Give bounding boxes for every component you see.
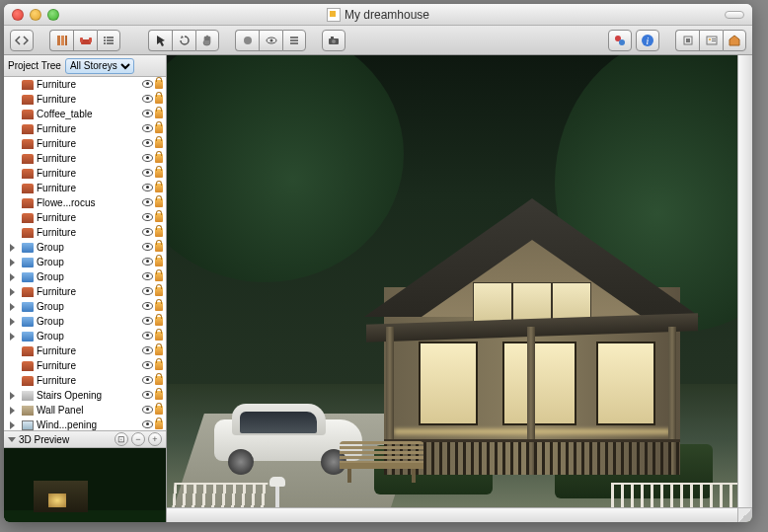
lock-icon[interactable] (155, 198, 163, 207)
resize-handle[interactable] (737, 507, 752, 522)
lock-icon[interactable] (155, 110, 163, 118)
lock-icon[interactable] (155, 376, 163, 385)
disclosure-icon[interactable] (10, 318, 15, 326)
pointer-tool-button[interactable] (148, 30, 172, 51)
disclosure-icon[interactable] (10, 288, 15, 296)
tree-item[interactable]: Furniture (4, 136, 166, 151)
lock-icon[interactable] (155, 80, 163, 89)
disclosure-icon[interactable] (10, 273, 15, 281)
disclosure-icon[interactable] (10, 333, 15, 341)
horizontal-scrollbar[interactable] (167, 507, 737, 522)
zoom-in-button[interactable]: + (148, 432, 162, 446)
tree-item[interactable]: Coffee_table (4, 107, 166, 121)
lock-icon[interactable] (155, 406, 163, 415)
zoom-button[interactable] (47, 9, 59, 21)
camera-button[interactable] (322, 30, 346, 51)
disclosure-icon[interactable] (10, 303, 15, 311)
visibility-icon[interactable] (142, 302, 153, 310)
list-view-button[interactable] (97, 30, 120, 51)
tree-item[interactable]: Wall Panel (4, 403, 166, 418)
visibility-icon[interactable] (142, 228, 153, 236)
lock-icon[interactable] (155, 184, 163, 192)
visibility-icon[interactable] (142, 406, 153, 414)
tree-item[interactable]: Furniture (4, 121, 166, 136)
disclosure-icon[interactable] (10, 259, 15, 266)
library-button[interactable] (699, 30, 723, 51)
tree-item[interactable]: Wind...pening (4, 418, 166, 430)
first-person-button[interactable] (675, 30, 699, 51)
lock-icon[interactable] (155, 213, 163, 222)
lock-icon[interactable] (155, 391, 163, 400)
visibility-icon[interactable] (142, 110, 153, 117)
tree-item[interactable]: Furniture (4, 92, 166, 107)
project-tree[interactable]: FurnitureFurnitureCoffee_tableFurnitureF… (4, 77, 166, 430)
visibility-icon[interactable] (142, 198, 153, 206)
tree-item[interactable]: Stairs Opening (4, 388, 166, 403)
tree-item[interactable]: Furniture (4, 284, 166, 299)
visibility-icon[interactable] (142, 376, 153, 384)
sofa-view-button[interactable] (73, 30, 97, 51)
lock-icon[interactable] (155, 258, 163, 266)
eye-view-button[interactable] (259, 30, 282, 51)
tree-item[interactable]: Group (4, 329, 166, 343)
visibility-icon[interactable] (142, 361, 153, 369)
disclosure-icon[interactable] (10, 244, 15, 252)
lock-icon[interactable] (155, 332, 163, 341)
lock-icon[interactable] (155, 243, 163, 252)
lock-icon[interactable] (155, 302, 163, 311)
visibility-icon[interactable] (142, 243, 153, 251)
tree-item[interactable]: Furniture (4, 210, 166, 225)
visibility-icon[interactable] (142, 287, 153, 295)
visibility-icon[interactable] (142, 272, 153, 280)
tree-item[interactable]: Furniture (4, 77, 166, 92)
tree-item[interactable]: Furniture (4, 181, 166, 195)
lock-icon[interactable] (155, 346, 163, 355)
tree-item[interactable]: Furniture (4, 166, 166, 181)
visibility-icon[interactable] (142, 169, 153, 177)
lock-icon[interactable] (155, 317, 163, 326)
tree-item[interactable]: Furniture (4, 151, 166, 166)
disclosure-icon[interactable] (10, 392, 15, 400)
main-3d-view[interactable] (167, 55, 752, 522)
visibility-icon[interactable] (142, 124, 153, 132)
visibility-icon[interactable] (142, 80, 153, 88)
visibility-icon[interactable] (142, 332, 153, 340)
disclosure-icon[interactable] (10, 407, 15, 415)
info-button[interactable]: i (636, 30, 659, 51)
visibility-icon[interactable] (142, 317, 153, 325)
lock-icon[interactable] (155, 361, 163, 370)
tree-item[interactable]: Furniture (4, 225, 166, 240)
toolbar-toggle-button[interactable] (725, 11, 744, 19)
tree-item[interactable]: Furniture (4, 358, 166, 373)
preview-3d[interactable] (4, 448, 166, 522)
materials-button[interactable] (608, 30, 632, 51)
zoom-out-button[interactable]: − (131, 432, 145, 446)
visibility-icon[interactable] (142, 420, 153, 428)
lock-icon[interactable] (155, 124, 163, 133)
lock-icon[interactable] (155, 95, 163, 104)
preview-header[interactable]: 3D Preview ⊡ − + (4, 430, 166, 448)
visibility-icon[interactable] (142, 154, 153, 162)
record-button[interactable] (235, 30, 259, 51)
zoom-fit-button[interactable]: ⊡ (115, 432, 128, 446)
vertical-scrollbar[interactable] (737, 55, 752, 507)
tree-item[interactable]: Group (4, 269, 166, 284)
close-button[interactable] (12, 9, 24, 21)
lock-icon[interactable] (155, 169, 163, 178)
minimize-button[interactable] (30, 9, 41, 21)
lock-icon[interactable] (155, 154, 163, 163)
stack-button[interactable] (282, 30, 306, 51)
tree-item[interactable]: Flowe...rocus (4, 195, 166, 210)
bookcase-view-button[interactable] (49, 30, 73, 51)
back-forward-button[interactable] (10, 30, 34, 51)
visibility-icon[interactable] (142, 258, 153, 266)
disclosure-icon[interactable] (10, 421, 15, 429)
tree-item[interactable]: Group (4, 255, 166, 269)
lock-icon[interactable] (155, 420, 163, 429)
visibility-icon[interactable] (142, 391, 153, 399)
rotate-tool-button[interactable] (172, 30, 195, 51)
visibility-icon[interactable] (142, 95, 153, 103)
tree-item[interactable]: Group (4, 314, 166, 329)
titlebar[interactable]: My dreamhouse (4, 4, 752, 26)
storey-selector[interactable]: All Storeys (65, 58, 134, 74)
